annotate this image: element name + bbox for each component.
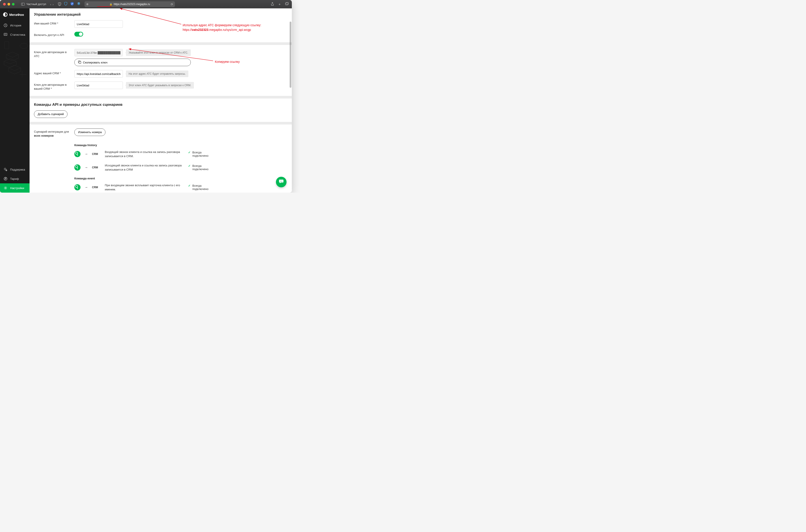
- crm-key-input[interactable]: [74, 81, 123, 89]
- command-status: ✓ Всегда подключено: [188, 164, 215, 171]
- gear-icon: [3, 186, 7, 190]
- tariff-icon: [3, 177, 7, 181]
- sidebar-item-label: Поддержка: [10, 168, 25, 171]
- command-title: Команда history: [74, 144, 288, 147]
- copy-key-button[interactable]: Скопировать ключ: [74, 59, 191, 66]
- history-icon: [3, 23, 7, 27]
- scrollbar[interactable]: [290, 22, 291, 88]
- pbx-icon: [74, 184, 80, 190]
- api-access-label: Включить доступ к API: [34, 32, 70, 37]
- command-row: → CRM При входящем звонке всплывает карт…: [74, 183, 288, 192]
- crm-key-hint: Этот ключ АТС будет указывать в запросах…: [126, 82, 194, 89]
- privacy-shield-icon[interactable]: [64, 2, 67, 6]
- add-scenario-button[interactable]: Добавить сценарий: [34, 110, 68, 118]
- reload-icon[interactable]: ⟳: [171, 3, 173, 6]
- svg-rect-3: [286, 3, 288, 5]
- crm-addr-hint: На этот адрес АТС будет отправлять запро…: [126, 71, 188, 77]
- arrow-right-icon: →: [85, 185, 88, 189]
- crm-addr-label: Адрес вашей CRM *: [34, 70, 70, 75]
- new-tab-icon[interactable]: ＋: [278, 2, 281, 6]
- layers-icon[interactable]: [77, 2, 80, 6]
- sidebar-item-label: Тариф: [10, 177, 19, 180]
- forward-button[interactable]: ›: [53, 2, 54, 6]
- scenario-for-label: Сценарий интеграции для всех номеров: [34, 129, 70, 138]
- brand-name: МегаФон: [9, 13, 24, 17]
- lock-icon: 🔒: [109, 3, 112, 6]
- pbx-icon: [74, 151, 80, 157]
- ats-key-label: Ключ для авторизации в АТС: [34, 49, 70, 58]
- check-icon: ✓: [188, 164, 190, 168]
- main-content: Управление интеграцией Имя вашей CRM * В…: [30, 8, 292, 193]
- svg-point-17: [281, 181, 281, 182]
- back-button[interactable]: ‹: [50, 2, 51, 6]
- copy-key-label: Скопировать ключ: [83, 61, 107, 64]
- shield-icon[interactable]: [58, 2, 61, 6]
- crm-label: CRM: [92, 186, 101, 189]
- command-description: При входящем звонке всплывает карточка к…: [105, 183, 184, 192]
- command-status: ✓ Всегда подключено: [188, 184, 215, 191]
- browser-titlebar: Частный доступ ‹ › ⊕ 🔒 https://vats23232…: [0, 0, 292, 8]
- command-title: Команда event: [74, 177, 288, 180]
- add-scenario-label: Добавить сценарий: [38, 112, 64, 116]
- svg-point-18: [282, 181, 282, 182]
- svg-point-8: [4, 168, 6, 170]
- window-controls[interactable]: [3, 3, 15, 5]
- svg-point-11: [5, 188, 6, 189]
- ats-key-hint: Указывайте этот ключ в запросах от CRM к…: [126, 49, 191, 56]
- change-numbers-label: Изменить номера: [78, 131, 102, 134]
- pbx-icon: [74, 165, 80, 171]
- check-icon: ✓: [188, 151, 190, 154]
- command-row: → CRM Входящий звонок клиента и ссылка н…: [74, 150, 288, 158]
- change-numbers-button[interactable]: Изменить номера: [74, 129, 106, 136]
- decorative-illustration: [0, 39, 30, 79]
- arrow-right-icon: →: [85, 166, 88, 169]
- ats-key-input[interactable]: [74, 49, 123, 56]
- sidebar-item-support[interactable]: Поддержка: [0, 165, 30, 174]
- command-status: ✓ Всегда подключено: [188, 151, 215, 157]
- scenario-panel: Сценарий интеграции для всех номеров Изм…: [30, 125, 292, 193]
- sidebar-item-label: Настройки: [10, 187, 24, 190]
- svg-rect-7: [4, 41, 9, 49]
- sidebar-item-settings[interactable]: Настройки: [0, 183, 30, 193]
- command-section-event: Команда event → CRM При входящем звонке …: [74, 177, 288, 192]
- sidebar-item-tariff[interactable]: Тариф: [0, 174, 30, 183]
- svg-rect-4: [286, 2, 289, 4]
- keys-panel: Ключ для авторизации в АТС Указывайте эт…: [30, 45, 292, 96]
- extension-badge-icon[interactable]: [70, 2, 74, 6]
- command-description: Исходящий звонок клиента и ссылка на зап…: [105, 163, 184, 172]
- commands-title: Команды API и примеры доступных сценарие…: [34, 102, 288, 107]
- address-bar[interactable]: ⊕ 🔒 https://vats232323.megapbx.ru ⟳: [85, 1, 175, 7]
- tabs-overview-icon[interactable]: [285, 2, 289, 6]
- svg-rect-13: [79, 61, 81, 63]
- copy-icon: [78, 61, 81, 64]
- crm-name-input[interactable]: [74, 20, 123, 28]
- sidebar-item-label: История: [10, 24, 21, 27]
- private-browsing-label: Частный доступ: [26, 3, 46, 6]
- check-icon: ✓: [188, 184, 190, 187]
- command-row: → CRM Исходящий звонок клиента и ссылка …: [74, 163, 288, 172]
- api-access-toggle[interactable]: [74, 32, 83, 37]
- arrow-right-icon: →: [85, 152, 88, 156]
- minimize-icon[interactable]: [7, 3, 10, 5]
- maximize-icon[interactable]: [12, 3, 15, 5]
- url-text: https://vats232323.megapbx.ru: [114, 3, 150, 6]
- site-settings-icon[interactable]: ⊕: [86, 3, 89, 6]
- crm-label: CRM: [92, 152, 101, 156]
- integration-panel: Управление интеграцией Имя вашей CRM * В…: [30, 8, 292, 42]
- sidebar-item-stats[interactable]: Статистика: [0, 30, 30, 39]
- command-section-history: Команда history → CRM Входящий звонок кл…: [74, 144, 288, 172]
- annotation-underline: [97, 6, 111, 7]
- close-icon[interactable]: [3, 3, 6, 5]
- share-icon[interactable]: [271, 2, 274, 6]
- sidebar-item-history[interactable]: История: [0, 21, 30, 30]
- commands-panel: Команды API и примеры доступных сценарие…: [30, 98, 292, 122]
- brand-logo[interactable]: МегаФон: [0, 8, 30, 21]
- sidebar-toggle-icon[interactable]: [21, 3, 25, 5]
- command-description: Входящий звонок клиента и ссылка на запи…: [105, 150, 184, 158]
- svg-rect-0: [21, 3, 25, 5]
- crm-key-label: Ключ для авторизации в вашей CRM *: [34, 81, 70, 91]
- logo-icon: [3, 12, 7, 17]
- chat-fab[interactable]: [276, 177, 287, 187]
- crm-addr-input[interactable]: [74, 70, 123, 78]
- sidebar: МегаФон История Статистика: [0, 8, 30, 193]
